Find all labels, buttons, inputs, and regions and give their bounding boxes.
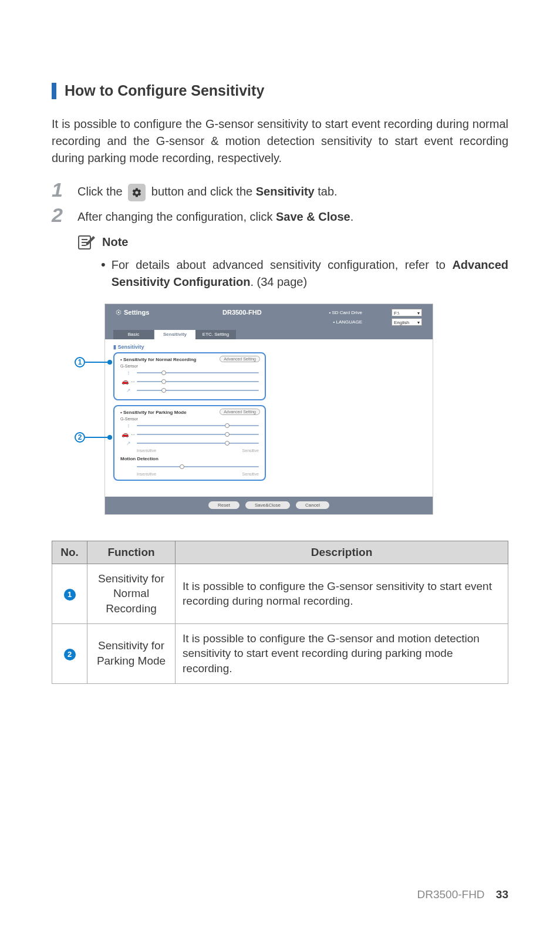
tab-bar: Basic Sensitivity ETC. Setting (113, 330, 237, 339)
note-header: Note (77, 234, 508, 251)
slider[interactable] (137, 380, 259, 383)
page-footer: DR3500-FHD 33 (417, 888, 508, 901)
intro-paragraph: It is possible to configure the G-sensor… (52, 116, 508, 167)
slider[interactable] (137, 465, 259, 468)
drive-dropdown[interactable]: F:\▾ (392, 309, 422, 316)
slider-row: ↕ (120, 422, 259, 429)
callout-line (85, 362, 109, 363)
step-number: 2 (52, 205, 77, 225)
car-icon: 🚗 ↔ (120, 431, 137, 437)
note-text: For details about advanced sensitivity c… (112, 257, 508, 291)
th-function: Function (87, 541, 176, 564)
step-text: After changing the configuration, click … (77, 206, 353, 225)
range-labels: InsensitiveSensitive (120, 472, 259, 476)
text-bold: Save & Close (276, 210, 350, 223)
parking-mode-box: • Sensitivity for Parking Mode G-Sensor … (113, 405, 266, 481)
cell-no: 2 (52, 623, 87, 683)
callout-1: 1 (75, 357, 85, 367)
gsensor-label: G-Sensor (120, 364, 259, 368)
lang-label: • LANGUAGE (333, 319, 362, 325)
settings-label: Settings (116, 309, 149, 316)
callout-2: 2 (75, 432, 85, 443)
slider-row: ↗ (120, 440, 259, 447)
settings-screenshot: Settings DR3500-FHD • SD Card Drive • LA… (104, 304, 433, 515)
slider-row: 🚗 ↔ (120, 378, 259, 385)
diag-icon: ↗ (120, 387, 137, 393)
callout-dot (107, 435, 112, 440)
text-bold: Sensitivity (256, 185, 315, 198)
slider-row: 🚗 ↔ (120, 431, 259, 438)
car-icon: 🚗 ↔ (120, 378, 137, 385)
cell-description: It is possible to configure the G-sensor… (176, 564, 508, 623)
sd-label: • SD Card Drive (329, 310, 362, 315)
th-description: Description (176, 541, 508, 564)
step-2: 2 After changing the configuration, clic… (52, 206, 508, 225)
slider-row: ↕ (120, 369, 259, 376)
footer-model: DR3500-FHD (417, 888, 484, 901)
save-close-button[interactable]: Save&Close (245, 501, 290, 509)
cell-no: 1 (52, 564, 87, 623)
motion-detection-label: Motion Detection (120, 456, 259, 461)
step-number: 1 (52, 180, 77, 200)
blue-accent-bar (52, 83, 56, 99)
normal-recording-box: • Sensitivity for Normal Recording G-Sen… (113, 352, 266, 400)
text: For details about advanced sensitivity c… (112, 258, 453, 271)
diag-icon: ↗ (120, 440, 137, 446)
slider[interactable] (137, 433, 259, 436)
badge-1: 1 (64, 589, 76, 601)
slider[interactable] (137, 389, 259, 392)
text: Click the (77, 185, 126, 198)
cell-function: Sensitivity for Parking Mode (87, 623, 176, 683)
note-block: Note • For details about advanced sensit… (77, 234, 508, 291)
range-labels: InsensitiveSensitive (120, 449, 259, 453)
svg-point-4 (118, 311, 120, 313)
section-header: How to Configure Sensitivity (52, 82, 508, 99)
slider-row (120, 463, 259, 470)
updown-icon: ↕ (120, 423, 137, 429)
advanced-setting-button[interactable]: Advanced Setting (220, 409, 260, 415)
callout-dot (107, 360, 112, 365)
slider[interactable] (137, 424, 259, 427)
step-text: Click the button and click the Sensitivi… (77, 181, 338, 201)
step-list: 1 Click the button and click the Sensiti… (52, 181, 508, 225)
slider[interactable] (137, 441, 259, 445)
text: . (34 page) (250, 275, 307, 288)
cell-description: It is possible to configure the G-sensor… (176, 623, 508, 683)
gear-icon (128, 184, 146, 201)
footer-page: 33 (496, 888, 508, 901)
cancel-button[interactable]: Cancel (296, 501, 329, 509)
description-table: No. Function Description 1 Sensitivity f… (52, 541, 508, 684)
reset-button[interactable]: Reset (208, 501, 239, 509)
note-title: Note (102, 235, 128, 249)
slider-row: ↗ (120, 387, 259, 394)
step-1: 1 Click the button and click the Sensiti… (52, 181, 508, 201)
text: After changing the configuration, click (77, 210, 276, 223)
advanced-setting-button[interactable]: Advanced Setting (220, 356, 260, 362)
bullet-icon: • (101, 257, 106, 291)
tab-basic[interactable]: Basic (113, 330, 154, 339)
sensitivity-heading: ▮ Sensitivity (113, 344, 424, 350)
cell-function: Sensitivity for Normal Recording (87, 564, 176, 623)
text: button and click the (151, 185, 256, 198)
text: . (350, 210, 354, 223)
th-no: No. (52, 541, 87, 564)
note-bullet: • For details about advanced sensitivity… (77, 257, 508, 291)
badge-2: 2 (64, 649, 76, 660)
tab-sensitivity[interactable]: Sensitivity (154, 330, 195, 339)
slider[interactable] (137, 371, 259, 375)
callout-line (85, 437, 109, 438)
screenshot-header: Settings DR3500-FHD • SD Card Drive • LA… (105, 304, 433, 339)
language-dropdown[interactable]: English▾ (392, 318, 422, 326)
note-icon (77, 234, 96, 251)
text: Settings (124, 309, 149, 316)
section-title: How to Configure Sensitivity (65, 82, 264, 99)
gsensor-label: G-Sensor (120, 417, 259, 421)
screenshot-body: ▮ Sensitivity • Sensitivity for Normal R… (105, 339, 433, 498)
tab-etc[interactable]: ETC. Setting (195, 330, 237, 339)
model-title: DR3500-FHD (222, 309, 262, 316)
screenshot-footer: Reset Save&Close Cancel (105, 497, 433, 514)
text: tab. (315, 185, 338, 198)
table-row: 1 Sensitivity for Normal Recording It is… (52, 564, 508, 623)
table-row: 2 Sensitivity for Parking Mode It is pos… (52, 623, 508, 683)
updown-icon: ↕ (120, 370, 137, 376)
